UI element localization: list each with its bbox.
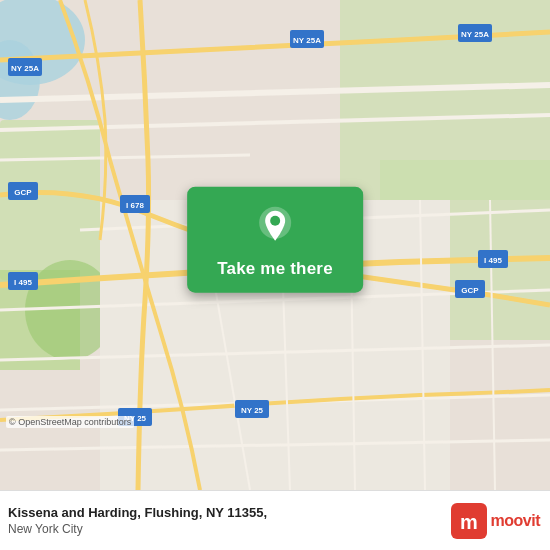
svg-text:I 495: I 495 xyxy=(14,278,32,287)
location-pin-icon xyxy=(253,205,297,249)
map-area: NY 25A NY 25A NY 25A GCP GCP I 678 I 495… xyxy=(0,0,550,490)
address-line: Kissena and Harding, Flushing, NY 11355, xyxy=(8,504,451,522)
svg-text:I 678: I 678 xyxy=(126,201,144,210)
moovit-icon: m xyxy=(451,503,487,539)
copyright-text: © OpenStreetMap contributors xyxy=(6,416,134,428)
svg-text:I 495: I 495 xyxy=(484,256,502,265)
svg-text:NY 25A: NY 25A xyxy=(11,64,39,73)
svg-point-45 xyxy=(270,216,280,226)
take-me-there-label: Take me there xyxy=(217,259,333,279)
bottom-info-bar: Kissena and Harding, Flushing, NY 11355,… xyxy=(0,490,550,550)
address-block: Kissena and Harding, Flushing, NY 11355,… xyxy=(8,504,451,538)
svg-text:NY 25: NY 25 xyxy=(241,406,264,415)
svg-text:NY 25A: NY 25A xyxy=(293,36,321,45)
take-me-there-button[interactable]: Take me there xyxy=(187,187,363,293)
svg-text:m: m xyxy=(460,511,478,533)
svg-text:NY 25A: NY 25A xyxy=(461,30,489,39)
svg-text:GCP: GCP xyxy=(461,286,479,295)
city-line: New York City xyxy=(8,522,451,538)
navigation-button-overlay[interactable]: Take me there xyxy=(187,187,363,293)
moovit-logo[interactable]: m moovit xyxy=(451,503,540,539)
svg-text:GCP: GCP xyxy=(14,188,32,197)
moovit-text: moovit xyxy=(491,512,540,530)
